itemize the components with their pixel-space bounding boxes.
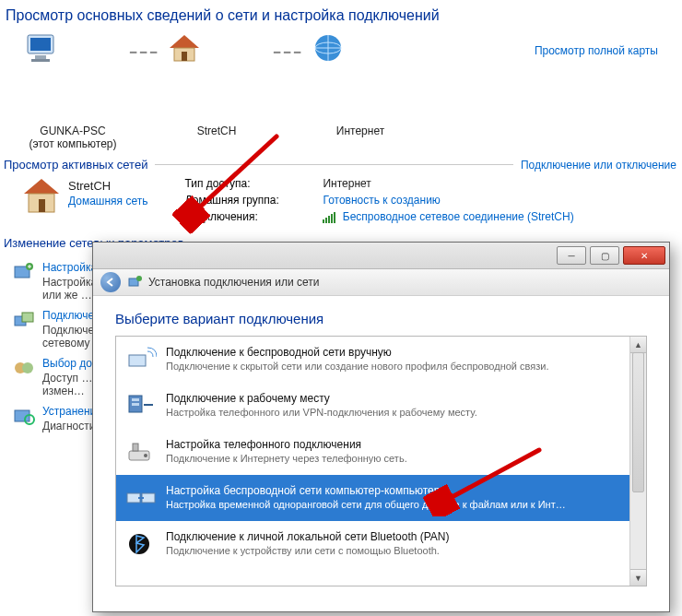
active-networks-title: Просмотр активных сетей <box>4 158 147 172</box>
network-map: GUNKA-PSC(этот компьютер) ━━━ StretCH ━━… <box>0 28 682 150</box>
annotation-arrow-1 <box>166 129 286 240</box>
current-network-type-link[interactable]: Домашняя сеть <box>68 195 147 207</box>
svg-marker-4 <box>170 35 199 48</box>
svg-point-22 <box>136 276 142 281</box>
computer-icon <box>22 31 123 123</box>
map-node-internet: Интернет <box>310 31 411 137</box>
wizard-option-list: Подключение к беспроводной сети вручнуюП… <box>116 337 629 586</box>
option-title: Подключение к личной локальной сети Blue… <box>166 530 450 543</box>
svg-marker-9 <box>24 179 59 194</box>
globe-icon <box>310 31 411 123</box>
svg-rect-25 <box>132 398 139 401</box>
home-network-icon <box>22 177 61 216</box>
map-node-this-pc: GUNKA-PSC(этот компьютер) <box>22 31 123 150</box>
network-wizard-icon <box>128 275 143 290</box>
wizard-option[interactable]: Подключение к рабочему местуНастройка те… <box>116 383 629 429</box>
svg-point-17 <box>22 362 33 373</box>
scroll-up-button[interactable]: ▲ <box>630 337 646 353</box>
svg-rect-11 <box>39 199 45 212</box>
scrollbar[interactable]: ▲ ▼ <box>629 337 646 586</box>
wizard-icon <box>13 261 35 283</box>
svg-rect-3 <box>31 59 50 62</box>
svg-rect-26 <box>132 403 139 406</box>
wizard-heading: Выберите вариант подключения <box>115 311 647 326</box>
svg-rect-15 <box>22 313 33 322</box>
house-icon <box>166 31 267 123</box>
wizard-option[interactable]: Настройка телефонного подключенияПодключ… <box>116 429 629 475</box>
wifi-signal-icon <box>323 212 335 223</box>
svg-line-33 <box>433 450 539 507</box>
option-desc: Настройка телефонного или VPN-подключени… <box>166 407 477 418</box>
value-connection-link[interactable]: Беспроводное сетевое соединение (StretCH… <box>343 210 574 223</box>
svg-rect-28 <box>133 444 138 451</box>
page-title: Просмотр основных сведений о сети и наст… <box>0 0 682 28</box>
annotation-arrow-2 <box>419 443 548 516</box>
current-network-name: StretCH <box>68 179 147 193</box>
wizard-toolbar-title: Установка подключения или сети <box>148 276 319 289</box>
map-node-router: StretCH <box>166 31 267 137</box>
current-network-block: StretCH Домашняя сеть Тип доступа: Интер… <box>0 173 682 225</box>
svg-point-29 <box>144 454 147 457</box>
option-icon <box>125 484 157 512</box>
view-full-map-link[interactable]: Просмотр полной карты <box>535 44 658 57</box>
maximize-button[interactable]: ▢ <box>590 246 619 265</box>
svg-rect-31 <box>142 493 155 503</box>
scroll-down-button[interactable]: ▼ <box>630 569 646 586</box>
svg-line-20 <box>184 136 276 221</box>
svg-rect-2 <box>35 55 46 59</box>
svg-rect-1 <box>30 38 51 51</box>
active-networks-header: Просмотр активных сетей Подключение или … <box>0 150 682 173</box>
option-icon <box>125 530 157 558</box>
option-icon <box>125 438 157 466</box>
option-title: Подключение к рабочему месту <box>166 392 477 405</box>
option-icon <box>125 392 157 420</box>
window-titlebar[interactable]: ─ ▢ ✕ <box>93 243 669 269</box>
map-label-this-pc: GUNKA-PSC(этот компьютер) <box>29 124 117 150</box>
wizard-option[interactable]: Настройка беспроводной сети компьютер-ко… <box>116 475 629 521</box>
svg-rect-30 <box>127 493 140 503</box>
homegroup-icon <box>13 357 35 379</box>
map-connector: ━━━ <box>267 46 310 59</box>
scroll-thumb[interactable] <box>632 352 644 492</box>
close-button[interactable]: ✕ <box>623 246 665 265</box>
option-desc: Подключение к скрытой сети или создание … <box>166 361 548 372</box>
wizard-window: ─ ▢ ✕ Установка подключения или сети Выб… <box>92 242 670 612</box>
wizard-option[interactable]: Подключение к беспроводной сети вручнуюП… <box>116 337 629 383</box>
back-button[interactable] <box>100 272 121 292</box>
arrow-left-icon <box>106 278 115 287</box>
wizard-options-panel: Подключение к беспроводной сети вручнуюП… <box>115 336 647 586</box>
value-homegroup-link[interactable]: Готовность к созданию <box>323 194 573 207</box>
map-connector: ━━━ <box>123 46 166 59</box>
troubleshoot-icon <box>13 405 35 427</box>
option-title: Настройка телефонного подключения <box>166 438 407 451</box>
minimize-button[interactable]: ─ <box>557 246 586 265</box>
wizard-option[interactable]: Подключение к личной локальной сети Blue… <box>116 521 629 567</box>
value-access-type: Интернет <box>323 177 573 190</box>
svg-rect-6 <box>182 52 187 61</box>
option-icon <box>125 346 157 373</box>
wizard-toolbar: Установка подключения или сети <box>93 269 669 296</box>
connect-icon <box>13 309 35 331</box>
map-label-internet: Интернет <box>336 124 384 137</box>
option-desc: Подключение к устройству или сети с помо… <box>166 545 450 556</box>
option-desc: Подключение к Интернету через телефонную… <box>166 453 407 464</box>
option-title: Подключение к беспроводной сети вручную <box>166 346 548 359</box>
svg-rect-23 <box>129 355 146 366</box>
connect-disconnect-link[interactable]: Подключение или отключение <box>521 159 676 172</box>
